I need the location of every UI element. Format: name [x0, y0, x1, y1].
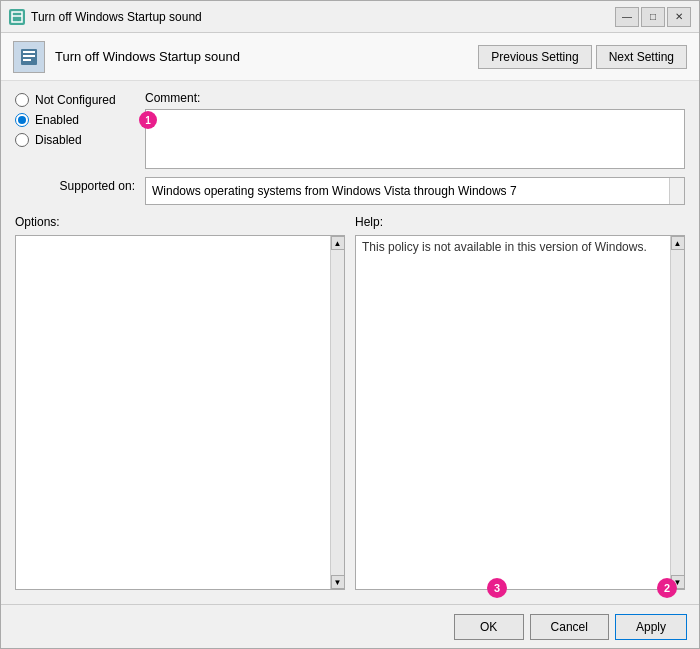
- disabled-option[interactable]: Disabled: [15, 133, 135, 147]
- supported-label: Supported on:: [15, 177, 135, 193]
- disabled-label: Disabled: [35, 133, 82, 147]
- svg-rect-3: [23, 51, 35, 53]
- options-scrollbar[interactable]: ▲ ▼: [330, 236, 344, 589]
- options-scroll-track: [331, 250, 344, 575]
- window-icon: [9, 9, 25, 25]
- comment-section: Comment:: [145, 91, 685, 169]
- options-label: Options:: [15, 215, 345, 229]
- ok-button[interactable]: OK: [454, 614, 524, 640]
- badge-2: 2: [657, 578, 677, 598]
- options-section: Options: ▲ ▼: [15, 215, 345, 590]
- enabled-label: Enabled: [35, 113, 79, 127]
- options-box: ▲ ▼: [15, 235, 345, 590]
- help-box: This policy is not available in this ver…: [355, 235, 685, 590]
- title-bar: Turn off Windows Startup sound — □ ✕: [1, 1, 699, 33]
- header-bar: Turn off Windows Startup sound Previous …: [1, 33, 699, 81]
- content-area: Not Configured Enabled 1 Disabled Commen…: [1, 81, 699, 604]
- main-window: Turn off Windows Startup sound — □ ✕ Tur…: [0, 0, 700, 649]
- comment-label: Comment:: [145, 91, 685, 105]
- close-button[interactable]: ✕: [667, 7, 691, 27]
- help-text: This policy is not available in this ver…: [362, 240, 647, 254]
- comment-textarea[interactable]: [145, 109, 685, 169]
- enabled-option[interactable]: Enabled 1: [15, 113, 135, 127]
- window-title: Turn off Windows Startup sound: [31, 10, 202, 24]
- top-section: Not Configured Enabled 1 Disabled Commen…: [15, 91, 685, 169]
- svg-rect-5: [23, 59, 31, 61]
- window-controls: — □ ✕: [615, 7, 691, 27]
- scroll-down-arrow[interactable]: ▼: [671, 191, 685, 204]
- header-buttons: Previous Setting Next Setting: [478, 45, 687, 69]
- supported-text: Windows operating systems from Windows V…: [152, 184, 517, 198]
- policy-icon: [13, 41, 45, 73]
- help-scroll-track: [671, 250, 684, 575]
- supported-scrollbar[interactable]: ▲ ▼: [670, 178, 684, 204]
- options-scroll-up[interactable]: ▲: [331, 236, 345, 250]
- cancel-button[interactable]: Cancel: [530, 614, 609, 640]
- maximize-button[interactable]: □: [641, 7, 665, 27]
- badge-3: 3: [487, 578, 507, 598]
- supported-box: Windows operating systems from Windows V…: [145, 177, 685, 205]
- options-scroll-down[interactable]: ▼: [331, 575, 345, 589]
- next-setting-button[interactable]: Next Setting: [596, 45, 687, 69]
- disabled-radio[interactable]: [15, 133, 29, 147]
- radio-group: Not Configured Enabled 1 Disabled: [15, 91, 135, 169]
- minimize-button[interactable]: —: [615, 7, 639, 27]
- header-title: Turn off Windows Startup sound: [55, 49, 468, 64]
- svg-rect-0: [12, 12, 22, 22]
- help-scrollbar[interactable]: ▲ ▼: [670, 236, 684, 589]
- title-bar-left: Turn off Windows Startup sound: [9, 9, 202, 25]
- help-scroll-up[interactable]: ▲: [671, 236, 685, 250]
- not-configured-radio[interactable]: [15, 93, 29, 107]
- enabled-radio[interactable]: [15, 113, 29, 127]
- supported-section: Supported on: Windows operating systems …: [15, 177, 685, 205]
- scroll-up-arrow[interactable]: ▲: [671, 178, 685, 191]
- previous-setting-button[interactable]: Previous Setting: [478, 45, 591, 69]
- footer: 3 2 OK Cancel Apply: [1, 604, 699, 648]
- apply-button[interactable]: Apply: [615, 614, 687, 640]
- not-configured-option[interactable]: Not Configured: [15, 93, 135, 107]
- badge-1: 1: [139, 111, 157, 129]
- svg-rect-4: [23, 55, 35, 57]
- help-section: Help: This policy is not available in th…: [355, 215, 685, 590]
- not-configured-label: Not Configured: [35, 93, 116, 107]
- options-help-section: Options: ▲ ▼ Help: This policy is not av…: [15, 215, 685, 590]
- help-label: Help:: [355, 215, 685, 229]
